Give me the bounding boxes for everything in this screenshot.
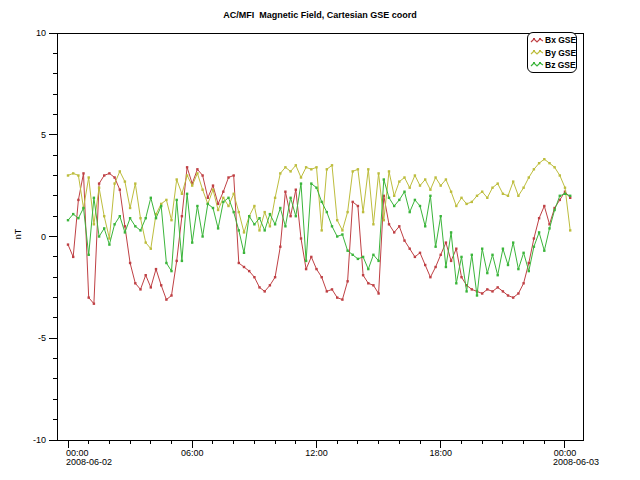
bx-series-swatch-icon	[530, 36, 544, 45]
y-tick-label: -5	[38, 333, 46, 343]
legend-label-bz: Bz GSE	[545, 60, 576, 70]
y-axis-label: nT	[13, 229, 23, 240]
legend-item-by: By GSE	[530, 47, 576, 59]
x-tick-label: 18:00	[429, 448, 452, 458]
x-axis-start-date: 2008-06-02	[66, 457, 112, 467]
series-bx-gse	[67, 166, 572, 305]
y-tick-label: 5	[41, 130, 46, 140]
y-tick-label: 10	[36, 28, 46, 38]
y-tick-label: -10	[33, 435, 46, 445]
x-axis-end-date: 2008-06-03	[553, 457, 599, 467]
axes: 1050-5-1000:0006:0012:0018:0000:00	[33, 28, 583, 458]
x-tick-label: 06:00	[181, 448, 204, 458]
legend-label-by: By GSE	[545, 48, 576, 58]
by-series-swatch-icon	[530, 48, 544, 57]
legend-item-bx: Bx GSE	[530, 34, 576, 46]
y-tick-label: 0	[41, 232, 46, 242]
series-by-gse	[67, 158, 572, 250]
x-tick-label: 12:00	[305, 448, 328, 458]
bz-series-swatch-icon	[530, 60, 544, 69]
legend-item-bz: Bz GSE	[530, 59, 576, 71]
legend: Bx GSE By GSE Bz GSE	[527, 32, 577, 73]
legend-label-bx: Bx GSE	[545, 35, 576, 45]
plot-window: AC/MFI Magnetic Field, Cartesian GSE coo…	[0, 0, 640, 480]
series-bz-gse	[67, 178, 572, 296]
